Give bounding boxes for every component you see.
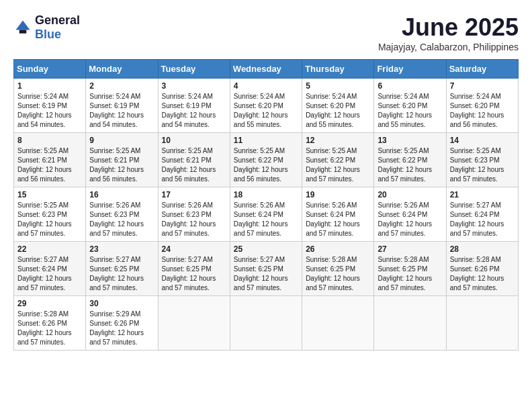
table-row: 15 Sunrise: 5:25 AM Sunset: 6:23 PM Dayl… xyxy=(14,187,86,242)
day-detail: Sunrise: 5:25 AM Sunset: 6:21 PM Dayligh… xyxy=(162,146,226,184)
day-detail: Sunrise: 5:24 AM Sunset: 6:20 PM Dayligh… xyxy=(306,92,370,130)
table-row xyxy=(446,296,518,351)
table-row: 1 Sunrise: 5:24 AM Sunset: 6:19 PM Dayli… xyxy=(14,79,86,133)
day-detail: Sunrise: 5:24 AM Sunset: 6:19 PM Dayligh… xyxy=(17,92,82,130)
day-detail: Sunrise: 5:26 AM Sunset: 6:24 PM Dayligh… xyxy=(378,201,442,238)
day-detail: Sunrise: 5:25 AM Sunset: 6:21 PM Dayligh… xyxy=(17,146,82,184)
day-number: 27 xyxy=(378,244,442,254)
logo: General Blue xyxy=(13,13,80,42)
page-header: General Blue June 2025 Majayjay, Calabar… xyxy=(13,13,519,52)
table-row: 19 Sunrise: 5:26 AM Sunset: 6:24 PM Dayl… xyxy=(302,187,374,242)
day-detail: Sunrise: 5:24 AM Sunset: 6:19 PM Dayligh… xyxy=(162,92,226,130)
table-row: 17 Sunrise: 5:26 AM Sunset: 6:23 PM Dayl… xyxy=(158,187,230,242)
header-friday: Friday xyxy=(374,60,446,79)
table-row: 13 Sunrise: 5:25 AM Sunset: 6:22 PM Dayl… xyxy=(374,133,446,187)
table-row: 20 Sunrise: 5:26 AM Sunset: 6:24 PM Dayl… xyxy=(374,187,446,242)
table-row: 9 Sunrise: 5:25 AM Sunset: 6:21 PM Dayli… xyxy=(86,133,158,187)
table-row: 25 Sunrise: 5:27 AM Sunset: 6:25 PM Dayl… xyxy=(230,242,302,296)
day-detail: Sunrise: 5:28 AM Sunset: 6:26 PM Dayligh… xyxy=(450,255,515,293)
day-detail: Sunrise: 5:27 AM Sunset: 6:25 PM Dayligh… xyxy=(162,255,226,293)
day-number: 2 xyxy=(89,81,154,91)
calendar-week-row: 1 Sunrise: 5:24 AM Sunset: 6:19 PM Dayli… xyxy=(14,79,519,133)
day-number: 16 xyxy=(89,190,154,199)
day-detail: Sunrise: 5:25 AM Sunset: 6:23 PM Dayligh… xyxy=(450,146,515,184)
logo-general: General xyxy=(35,13,80,27)
day-number: 7 xyxy=(450,81,515,91)
header-sunday: Sunday xyxy=(14,60,86,79)
table-row xyxy=(230,296,302,351)
day-number: 18 xyxy=(234,190,298,199)
table-row: 4 Sunrise: 5:24 AM Sunset: 6:20 PM Dayli… xyxy=(230,79,302,133)
day-number: 12 xyxy=(306,136,370,145)
title-area: June 2025 Majayjay, Calabarzon, Philippi… xyxy=(378,13,519,52)
logo-icon xyxy=(13,18,32,37)
logo-text: General Blue xyxy=(35,13,80,42)
day-detail: Sunrise: 5:26 AM Sunset: 6:24 PM Dayligh… xyxy=(234,201,298,238)
table-row: 29 Sunrise: 5:28 AM Sunset: 6:26 PM Dayl… xyxy=(14,296,86,351)
day-detail: Sunrise: 5:24 AM Sunset: 6:20 PM Dayligh… xyxy=(450,92,515,130)
day-number: 11 xyxy=(234,136,298,145)
day-detail: Sunrise: 5:27 AM Sunset: 6:25 PM Dayligh… xyxy=(234,255,298,293)
calendar-week-row: 8 Sunrise: 5:25 AM Sunset: 6:21 PM Dayli… xyxy=(14,133,519,187)
calendar-week-row: 22 Sunrise: 5:27 AM Sunset: 6:24 PM Dayl… xyxy=(14,242,519,296)
logo-blue: Blue xyxy=(35,28,61,41)
weekday-header-row: Sunday Monday Tuesday Wednesday Thursday… xyxy=(14,60,519,79)
day-number: 14 xyxy=(450,136,515,145)
header-wednesday: Wednesday xyxy=(230,60,302,79)
table-row: 14 Sunrise: 5:25 AM Sunset: 6:23 PM Dayl… xyxy=(446,133,518,187)
day-number: 24 xyxy=(162,244,226,254)
day-detail: Sunrise: 5:26 AM Sunset: 6:24 PM Dayligh… xyxy=(306,201,370,238)
day-number: 30 xyxy=(89,299,154,308)
table-row: 7 Sunrise: 5:24 AM Sunset: 6:20 PM Dayli… xyxy=(446,79,518,133)
table-row: 23 Sunrise: 5:27 AM Sunset: 6:25 PM Dayl… xyxy=(86,242,158,296)
table-row: 28 Sunrise: 5:28 AM Sunset: 6:26 PM Dayl… xyxy=(446,242,518,296)
calendar-week-row: 15 Sunrise: 5:25 AM Sunset: 6:23 PM Dayl… xyxy=(14,187,519,242)
day-number: 5 xyxy=(306,81,370,91)
calendar-week-row: 29 Sunrise: 5:28 AM Sunset: 6:26 PM Dayl… xyxy=(14,296,519,351)
day-number: 23 xyxy=(89,244,154,254)
day-number: 10 xyxy=(162,136,226,145)
table-row xyxy=(158,296,230,351)
table-row: 21 Sunrise: 5:27 AM Sunset: 6:24 PM Dayl… xyxy=(446,187,518,242)
table-row: 6 Sunrise: 5:24 AM Sunset: 6:20 PM Dayli… xyxy=(374,79,446,133)
table-row xyxy=(374,296,446,351)
day-detail: Sunrise: 5:25 AM Sunset: 6:22 PM Dayligh… xyxy=(234,146,298,184)
table-row: 5 Sunrise: 5:24 AM Sunset: 6:20 PM Dayli… xyxy=(302,79,374,133)
day-detail: Sunrise: 5:28 AM Sunset: 6:26 PM Dayligh… xyxy=(17,310,82,347)
day-number: 1 xyxy=(17,81,82,91)
day-detail: Sunrise: 5:28 AM Sunset: 6:25 PM Dayligh… xyxy=(306,255,370,293)
day-detail: Sunrise: 5:25 AM Sunset: 6:22 PM Dayligh… xyxy=(378,146,442,184)
day-number: 17 xyxy=(162,190,226,199)
day-detail: Sunrise: 5:24 AM Sunset: 6:20 PM Dayligh… xyxy=(234,92,298,130)
day-detail: Sunrise: 5:27 AM Sunset: 6:24 PM Dayligh… xyxy=(17,255,82,293)
day-detail: Sunrise: 5:27 AM Sunset: 6:25 PM Dayligh… xyxy=(89,255,154,293)
table-row: 3 Sunrise: 5:24 AM Sunset: 6:19 PM Dayli… xyxy=(158,79,230,133)
table-row: 2 Sunrise: 5:24 AM Sunset: 6:19 PM Dayli… xyxy=(86,79,158,133)
table-row: 8 Sunrise: 5:25 AM Sunset: 6:21 PM Dayli… xyxy=(14,133,86,187)
calendar-table: Sunday Monday Tuesday Wednesday Thursday… xyxy=(13,59,519,351)
day-detail: Sunrise: 5:28 AM Sunset: 6:25 PM Dayligh… xyxy=(378,255,442,293)
calendar-title: June 2025 xyxy=(378,13,519,42)
table-row: 11 Sunrise: 5:25 AM Sunset: 6:22 PM Dayl… xyxy=(230,133,302,187)
day-number: 9 xyxy=(89,136,154,145)
header-tuesday: Tuesday xyxy=(158,60,230,79)
day-number: 3 xyxy=(162,81,226,91)
day-number: 25 xyxy=(234,244,298,254)
svg-rect-1 xyxy=(19,30,27,34)
day-detail: Sunrise: 5:25 AM Sunset: 6:21 PM Dayligh… xyxy=(89,146,154,184)
day-number: 29 xyxy=(17,299,82,308)
day-number: 22 xyxy=(17,244,82,254)
day-detail: Sunrise: 5:26 AM Sunset: 6:23 PM Dayligh… xyxy=(89,201,154,238)
table-row: 30 Sunrise: 5:29 AM Sunset: 6:26 PM Dayl… xyxy=(86,296,158,351)
day-number: 4 xyxy=(234,81,298,91)
table-row: 24 Sunrise: 5:27 AM Sunset: 6:25 PM Dayl… xyxy=(158,242,230,296)
table-row: 27 Sunrise: 5:28 AM Sunset: 6:25 PM Dayl… xyxy=(374,242,446,296)
header-saturday: Saturday xyxy=(446,60,518,79)
table-row xyxy=(302,296,374,351)
day-detail: Sunrise: 5:26 AM Sunset: 6:23 PM Dayligh… xyxy=(162,201,226,238)
day-detail: Sunrise: 5:25 AM Sunset: 6:23 PM Dayligh… xyxy=(17,201,82,238)
day-detail: Sunrise: 5:27 AM Sunset: 6:24 PM Dayligh… xyxy=(450,201,515,238)
table-row: 18 Sunrise: 5:26 AM Sunset: 6:24 PM Dayl… xyxy=(230,187,302,242)
table-row: 10 Sunrise: 5:25 AM Sunset: 6:21 PM Dayl… xyxy=(158,133,230,187)
day-number: 15 xyxy=(17,190,82,199)
